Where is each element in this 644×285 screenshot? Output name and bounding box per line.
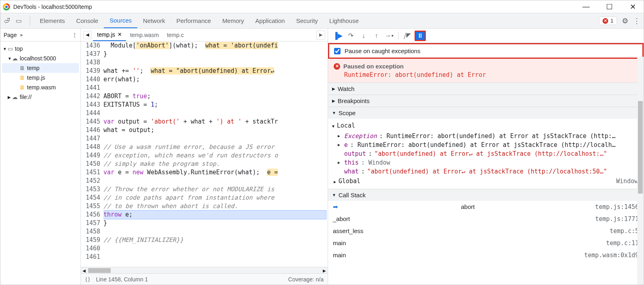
- kebab-menu-icon[interactable]: ⋮: [633, 17, 640, 25]
- chrome-icon: [3, 3, 10, 10]
- paused-message: RuntimeError: abort(undefined) at Error: [334, 70, 638, 78]
- settings-gear-icon[interactable]: ⚙: [622, 17, 628, 25]
- scope-var-what[interactable]: what: "abort(undefined) at Error↵ at jsS…: [338, 167, 640, 176]
- minimize-button[interactable]: —: [580, 2, 592, 11]
- history-back-icon[interactable]: ◀: [83, 31, 91, 39]
- editor-tab-temp-wasm[interactable]: temp.wasm: [126, 29, 163, 41]
- pause-on-caught-label[interactable]: Pause on caught exceptions: [345, 48, 420, 54]
- tab-network[interactable]: Network: [137, 13, 171, 28]
- devtools-tabbar: ⮰ ▭ ElementsConsoleSourcesNetworkPerform…: [0, 13, 644, 29]
- device-toolbar-icon[interactable]: ▭: [16, 17, 22, 24]
- tree-file-temp[interactable]: 🗎temp: [2, 63, 79, 73]
- scope-section-header[interactable]: ▼Scope: [328, 107, 644, 119]
- navigator-panel: Page » ⋮ ▼▭top ▼☁localhost:5000 🗎temp 🗎t…: [0, 29, 81, 285]
- error-icon: ✕: [603, 18, 608, 24]
- step-into-button[interactable]: ↓: [358, 31, 369, 41]
- pause-on-exceptions-button[interactable]: ⏸: [415, 31, 426, 41]
- navigator-page-tab[interactable]: Page: [4, 32, 17, 38]
- resume-button[interactable]: ▐▶: [332, 31, 343, 41]
- close-button[interactable]: ✕: [627, 2, 639, 11]
- step-button[interactable]: →•: [384, 31, 395, 41]
- navigator-more-tabs-icon[interactable]: »: [20, 32, 23, 38]
- maximize-button[interactable]: ☐: [603, 2, 615, 11]
- scope-var-output[interactable]: output: "abort(undefined) at Error↵ at j…: [338, 149, 640, 158]
- editor-tab-temp-c[interactable]: temp.c: [163, 29, 188, 41]
- debugger-panel: ▐▶ ↷ ↓ ↑ →• ⧸◤ ⏸ Pause on caught excepti…: [328, 29, 644, 285]
- scope-var-this[interactable]: ▶this: Window: [338, 158, 640, 167]
- callstack-frame-main[interactable]: maintemp.wasm:0x1d9: [328, 249, 644, 261]
- window-title: DevTools - localhost:5000/temp: [13, 4, 92, 10]
- tab-security[interactable]: Security: [291, 13, 324, 28]
- tree-file-temp-js[interactable]: 🗎temp.js: [2, 73, 79, 83]
- tree-host[interactable]: ▼☁localhost:5000: [2, 54, 79, 63]
- scope-global-row[interactable]: ▶ Global Window: [332, 176, 640, 187]
- callstack-frame-abort[interactable]: aborttemp.js:1456: [328, 201, 644, 213]
- step-over-button[interactable]: ↷: [345, 31, 356, 41]
- coverage-status: Coverage: n/a: [288, 276, 324, 283]
- callstack-section-header[interactable]: ▼Call Stack: [328, 189, 644, 201]
- tab-elements[interactable]: Elements: [34, 13, 71, 28]
- tab-application[interactable]: Application: [250, 13, 290, 28]
- editor-tab-temp-js[interactable]: temp.js ✕: [93, 29, 126, 41]
- debugger-vertical-scrollbar[interactable]: [637, 57, 644, 285]
- tree-top[interactable]: ▼▭top: [2, 44, 79, 54]
- tree-file-temp-wasm[interactable]: 🗎temp.wasm: [2, 83, 79, 92]
- window-titlebar: DevTools - localhost:5000/temp — ☐ ✕: [0, 0, 644, 13]
- cursor-position: Line 1458, Column 1: [96, 276, 148, 283]
- tab-lighthouse[interactable]: Lighthouse: [324, 13, 364, 28]
- editor-horizontal-scrollbar[interactable]: ◀▶: [81, 267, 328, 273]
- code-editor[interactable]: 1436143714381439144014411442144314441445…: [81, 41, 328, 267]
- error-count-pill[interactable]: ✕ 1: [599, 17, 617, 25]
- scope-var-Exception[interactable]: ▶Exception: RuntimeError: abort(undefine…: [338, 132, 640, 140]
- callstack-frame-_abort[interactable]: _aborttemp.js:1771: [328, 213, 644, 225]
- breakpoints-section-header[interactable]: ▶Breakpoints: [328, 95, 644, 107]
- editor-panel: ◀ temp.js ✕temp.wasmtemp.c ▶ 14361437143…: [81, 29, 328, 285]
- navigator-menu-icon[interactable]: ⋮: [72, 32, 77, 38]
- error-icon: ✕: [334, 63, 340, 70]
- tab-performance[interactable]: Performance: [171, 13, 217, 28]
- tab-sources[interactable]: Sources: [104, 13, 137, 28]
- tree-file-scheme[interactable]: ▶☁file://: [2, 92, 79, 102]
- pause-on-caught-checkbox-row: Pause on caught exceptions: [328, 43, 644, 59]
- error-count: 1: [611, 18, 613, 24]
- close-tab-icon[interactable]: ✕: [118, 31, 122, 37]
- callstack-frame-main[interactable]: maintemp.c:11: [328, 237, 644, 249]
- tab-console[interactable]: Console: [70, 13, 104, 28]
- debugger-toolbar: ▐▶ ↷ ↓ ↑ →• ⧸◤ ⏸: [328, 29, 644, 43]
- watch-section-header[interactable]: ▶Watch: [328, 83, 644, 95]
- divider: [30, 17, 30, 25]
- editor-statusbar: {} Line 1458, Column 1 Coverage: n/a: [81, 273, 328, 285]
- pause-on-caught-checkbox[interactable]: [334, 48, 341, 54]
- paused-info: ✕Paused on exception RuntimeError: abort…: [328, 59, 644, 83]
- brackets-icon[interactable]: {}: [85, 276, 90, 283]
- tab-memory[interactable]: Memory: [217, 13, 250, 28]
- inspect-icon[interactable]: ⮰: [4, 17, 10, 24]
- callstack-frame-assert_less[interactable]: assert_lesstemp.c:5: [328, 225, 644, 237]
- run-snippet-icon[interactable]: ▶: [316, 31, 325, 39]
- scope-local-header[interactable]: ▼ Local: [332, 120, 640, 132]
- step-out-button[interactable]: ↑: [371, 31, 382, 41]
- deactivate-breakpoints-button[interactable]: ⧸◤: [402, 31, 413, 41]
- scope-var-e[interactable]: ▶e: RuntimeError: abort(undefined) at Er…: [338, 140, 640, 149]
